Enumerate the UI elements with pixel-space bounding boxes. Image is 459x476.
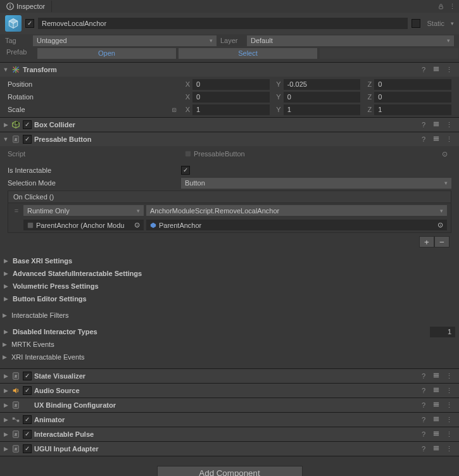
static-checkbox[interactable] bbox=[412, 19, 420, 28]
base-xri-settings[interactable]: ▶Base XRI Settings bbox=[0, 254, 459, 267]
disabled-interactor-types[interactable]: ▶Disabled Interactor Types bbox=[0, 325, 459, 338]
box-collider-component: ▶ Box Collider ? ⋮ bbox=[0, 117, 459, 132]
preset-icon[interactable] bbox=[432, 430, 440, 439]
help-icon[interactable]: ? bbox=[420, 66, 427, 74]
foldout-icon[interactable]: ▶ bbox=[3, 446, 9, 452]
scale-x-input[interactable] bbox=[192, 104, 270, 115]
menu-icon[interactable]: ⋮ bbox=[445, 401, 453, 410]
preset-icon[interactable] bbox=[432, 416, 440, 424]
help-icon[interactable]: ? bbox=[420, 416, 427, 424]
svg-rect-22 bbox=[434, 387, 439, 389]
preset-icon[interactable] bbox=[432, 387, 440, 395]
foldout-icon[interactable]: ▼ bbox=[3, 66, 9, 73]
menu-icon[interactable]: ⋮ bbox=[445, 445, 453, 453]
name-input[interactable] bbox=[38, 18, 408, 29]
target-object-field[interactable]: ParentAnchor (Anchor Modu ⊙ bbox=[23, 220, 144, 230]
rotation-x-input[interactable] bbox=[192, 92, 270, 103]
tab-bar: Inspector ⋮ bbox=[0, 0, 459, 13]
rotation-y-input[interactable] bbox=[284, 92, 361, 103]
help-icon[interactable]: ? bbox=[420, 372, 427, 380]
help-icon[interactable]: ? bbox=[420, 430, 427, 439]
menu-icon[interactable]: ⋮ bbox=[445, 387, 453, 395]
foldout-icon[interactable]: ▶ bbox=[3, 387, 9, 394]
enabled-checkbox[interactable] bbox=[23, 430, 32, 439]
menu-icon[interactable]: ⋮ bbox=[448, 2, 456, 11]
selection-mode-dropdown[interactable]: Button bbox=[181, 178, 451, 189]
menu-icon[interactable]: ⋮ bbox=[445, 66, 453, 74]
preset-icon[interactable] bbox=[432, 401, 440, 410]
pressable-enabled-checkbox[interactable] bbox=[23, 135, 32, 144]
script-row: Script PressableButton ⊙ bbox=[0, 147, 459, 160]
menu-icon[interactable]: ⋮ bbox=[445, 430, 453, 439]
enabled-checkbox[interactable] bbox=[23, 444, 32, 453]
gameobject-icon[interactable] bbox=[5, 15, 22, 32]
position-z-input[interactable] bbox=[374, 79, 451, 90]
preset-icon[interactable] bbox=[432, 135, 440, 144]
argument-field[interactable]: ParentAnchor ⊙ bbox=[146, 220, 447, 230]
scale-y-input[interactable] bbox=[284, 104, 361, 115]
drag-handle-icon[interactable]: = bbox=[12, 207, 21, 215]
scale-link-icon[interactable]: ⦻ bbox=[170, 106, 179, 113]
interactable-checkbox[interactable] bbox=[181, 166, 190, 175]
preset-icon[interactable] bbox=[432, 121, 440, 129]
ux-binding-header[interactable]: ▶ # UX Binding Configurator ?⋮ bbox=[0, 398, 459, 412]
menu-icon[interactable]: ⋮ bbox=[445, 135, 453, 144]
lock-icon[interactable] bbox=[436, 2, 445, 11]
scale-z-input[interactable] bbox=[374, 104, 451, 115]
box-collider-enabled-checkbox[interactable] bbox=[23, 120, 32, 129]
preset-icon[interactable] bbox=[432, 372, 440, 380]
foldout-icon[interactable]: ▶ bbox=[3, 122, 9, 128]
preset-icon[interactable] bbox=[432, 445, 440, 453]
help-icon[interactable]: ? bbox=[420, 135, 427, 144]
ugui-input-adapter-header[interactable]: ▶ # UGUI Input Adapter ?⋮ bbox=[0, 442, 459, 456]
static-dropdown-arrow[interactable]: ▾ bbox=[451, 20, 454, 27]
preset-icon[interactable] bbox=[432, 66, 440, 74]
mrtk-events[interactable]: ▶MRTK Events bbox=[0, 338, 459, 351]
prefab-select-button[interactable]: Select bbox=[179, 48, 317, 59]
box-collider-header[interactable]: ▶ Box Collider ? ⋮ bbox=[0, 118, 459, 132]
pressable-button-header[interactable]: ▼ # Pressable Button ? ⋮ bbox=[0, 132, 459, 146]
position-x-input[interactable] bbox=[192, 79, 270, 90]
menu-icon[interactable]: ⋮ bbox=[445, 372, 453, 380]
add-event-button[interactable]: + bbox=[419, 236, 434, 247]
position-y-input[interactable] bbox=[284, 79, 361, 90]
remove-event-button[interactable]: − bbox=[434, 236, 450, 247]
interactable-pulse-header[interactable]: ▶ # Interactable Pulse ?⋮ bbox=[0, 427, 459, 441]
add-component-button[interactable]: Add Component bbox=[157, 466, 303, 476]
function-dropdown[interactable]: AnchorModuleScript.RemoveLocalAnchor bbox=[146, 205, 447, 216]
audio-source-header[interactable]: ▶ Audio Source ?⋮ bbox=[0, 384, 459, 398]
foldout-icon[interactable]: ▶ bbox=[3, 373, 9, 379]
menu-icon[interactable]: ⋮ bbox=[445, 121, 453, 129]
rotation-z-input[interactable] bbox=[374, 92, 451, 103]
transform-header[interactable]: ▼ Transform ? ⋮ bbox=[0, 63, 459, 77]
state-visualizer-header[interactable]: ▶ # State Visualizer ?⋮ bbox=[0, 369, 459, 383]
foldout-icon[interactable]: ▶ bbox=[3, 416, 9, 423]
tag-dropdown[interactable]: Untagged bbox=[33, 35, 217, 46]
inspector-tab[interactable]: Inspector bbox=[0, 1, 52, 12]
help-icon[interactable]: ? bbox=[420, 401, 427, 410]
xri-interactable-events[interactable]: ▶XRI Interactable Events bbox=[0, 351, 459, 363]
enabled-checkbox[interactable] bbox=[23, 386, 32, 395]
call-state-dropdown[interactable]: Runtime Only bbox=[23, 205, 144, 216]
advanced-stateful-settings[interactable]: ▶Advanced StatefulInteractable Settings bbox=[0, 267, 459, 280]
foldout-icon[interactable]: ▶ bbox=[3, 431, 9, 437]
volumetric-press-settings[interactable]: ▶Volumetric Press Settings bbox=[0, 280, 459, 292]
enabled-checkbox[interactable] bbox=[23, 372, 32, 380]
button-editor-settings[interactable]: ▶Button Editor Settings bbox=[0, 292, 459, 305]
object-picker-icon[interactable]: ⊙ bbox=[442, 150, 448, 158]
prefab-open-button[interactable]: Open bbox=[37, 48, 176, 59]
help-icon[interactable]: ? bbox=[420, 445, 427, 453]
foldout-icon[interactable]: ▶ bbox=[3, 402, 9, 408]
help-icon[interactable]: ? bbox=[420, 387, 427, 395]
disabled-count-input[interactable] bbox=[430, 327, 455, 337]
foldout-icon[interactable]: ▼ bbox=[3, 136, 9, 142]
object-picker-icon[interactable]: ⊙ bbox=[437, 221, 443, 229]
layer-dropdown[interactable]: Default bbox=[247, 35, 454, 46]
object-picker-icon[interactable]: ⊙ bbox=[134, 221, 140, 229]
enabled-checkbox[interactable] bbox=[23, 415, 32, 424]
help-icon[interactable]: ? bbox=[420, 121, 427, 129]
interactable-filters[interactable]: ▶Interactable Filters bbox=[0, 309, 459, 322]
animator-header[interactable]: ▶ Animator ?⋮ bbox=[0, 413, 459, 427]
menu-icon[interactable]: ⋮ bbox=[445, 416, 453, 424]
enabled-checkbox[interactable] bbox=[25, 19, 34, 28]
